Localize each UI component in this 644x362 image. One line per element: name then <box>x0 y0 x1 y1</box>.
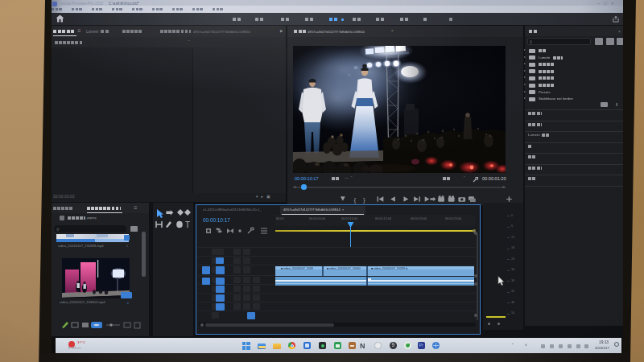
svg-text:}: } <box>363 195 365 203</box>
svg-text:T: T <box>185 220 190 229</box>
svg-text:{: { <box>353 195 356 203</box>
